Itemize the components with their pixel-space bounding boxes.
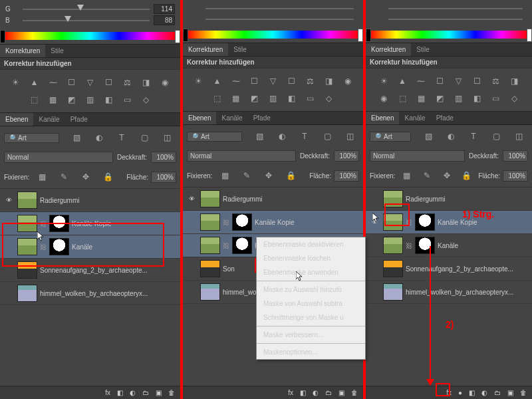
ctx-mask-options[interactable]: Maskenoptionen... <box>257 345 365 359</box>
add-mask-icon[interactable]: ◧ <box>469 389 475 396</box>
layer-filter[interactable]: 🔎Art <box>370 132 411 142</box>
layer-row[interactable]: himmel_wolken_by_archaeopteryx... <box>366 281 532 304</box>
spectrum-bar[interactable] <box>4 32 176 40</box>
layer-row[interactable]: ⛓Kanäle Kopie <box>183 211 363 234</box>
ctx-refine-mask[interactable]: Maske verbessern... <box>257 328 365 342</box>
cursor-icon <box>296 271 304 282</box>
tab-pfade[interactable]: Pfade <box>248 112 276 124</box>
tab-ebenen[interactable]: Ebenen <box>0 113 33 126</box>
layer-row[interactable]: Radiergummi <box>183 188 363 211</box>
spectrum-bar[interactable] <box>370 31 528 39</box>
filter-img-icon[interactable]: ▧ <box>69 130 84 145</box>
tab-stile[interactable]: Stile <box>411 43 434 56</box>
layer-filter[interactable]: 🔎Art <box>4 133 59 143</box>
adjustment-icons: ☀▲⁓☐▽ ☐⚖◨◉⬚▦ ◩▥◧▭◇ <box>0 70 180 112</box>
curves-icon[interactable]: ⁓ <box>46 75 61 90</box>
layer-row[interactable]: ⛓Kanäle Kopie <box>366 211 532 234</box>
lock-move-icon[interactable]: ✥ <box>78 170 93 184</box>
ctx-deactivate-mask[interactable]: Ebenenmaske deaktivieren <box>257 237 365 251</box>
fill-label: Fläche: <box>126 174 148 181</box>
tab-pfade[interactable]: Pfade <box>431 112 459 124</box>
lut-icon[interactable]: ▦ <box>46 92 61 107</box>
cursor-icon <box>37 231 45 242</box>
exposure-icon[interactable]: ☐ <box>65 75 79 90</box>
delete-icon[interactable]: 🗑 <box>168 389 175 396</box>
link-icon[interactable]: ⛓ <box>40 220 47 227</box>
b-slider[interactable] <box>23 16 150 25</box>
visibility-icon[interactable] <box>3 289 15 298</box>
selective-icon[interactable]: ◇ <box>139 92 154 107</box>
visibility-icon[interactable] <box>3 265 15 275</box>
group-icon[interactable]: 🗀 <box>142 389 149 396</box>
new-layer-icon[interactable]: ▣ <box>156 389 162 396</box>
blend-mode[interactable]: Normal <box>370 150 465 162</box>
hsl-icon[interactable]: ☐ <box>102 75 116 90</box>
brightness-icon[interactable]: ☀ <box>9 75 23 90</box>
layer-row[interactable]: ⛓Kanäle <box>0 235 180 259</box>
filter-text-icon[interactable]: T <box>114 130 129 145</box>
ctx-intersect-selection[interactable]: Schnittmenge von Maske u <box>257 311 365 325</box>
panel-col-2: KorrekturenStile Korrektur hinzufügen ☀▲… <box>183 0 363 399</box>
g-label: G <box>5 5 19 13</box>
photo-filter-icon[interactable]: ◉ <box>158 75 172 90</box>
tab-kanaele[interactable]: Kanäle <box>216 112 247 124</box>
tab-korrekturen[interactable]: Korrekturen <box>0 45 45 57</box>
fx-icon[interactable]: fx <box>105 389 110 396</box>
tab-kanaele[interactable]: Kanäle <box>399 112 430 124</box>
adj-btn-icon[interactable]: ◐ <box>130 389 136 396</box>
lock-paint-icon[interactable]: ✎ <box>57 170 71 184</box>
ctx-delete-mask[interactable]: Ebenenmaske löschen <box>257 251 365 265</box>
ctx-add-selection[interactable]: Maske zu Auswahl hinzufü <box>257 283 365 297</box>
add-adjustment-header: Korrektur hinzufügen <box>0 58 180 70</box>
tab-stile[interactable]: Stile <box>45 45 68 57</box>
visibility-icon[interactable] <box>3 196 15 205</box>
tab-ebenen[interactable]: Ebenen <box>366 112 399 124</box>
fill-value[interactable]: 100% <box>151 172 176 183</box>
tab-kanaele[interactable]: Kanäle <box>33 113 65 126</box>
tab-pfade[interactable]: Pfade <box>65 113 93 126</box>
ctx-subtract-selection[interactable]: Maske von Auswahl subtra <box>257 297 365 311</box>
layer-row[interactable]: Radiergummi <box>366 188 532 211</box>
levels-icon[interactable]: ▲ <box>27 75 42 90</box>
g-slider[interactable] <box>23 5 150 14</box>
visibility-icon[interactable] <box>3 219 15 228</box>
layer-row[interactable]: ⛓Kanäle <box>366 234 532 257</box>
layer-row[interactable]: Sonnenaufgang_2_by_archaeopte... <box>366 257 532 281</box>
lock-transparent-icon[interactable]: ▦ <box>35 170 49 184</box>
filter-smart-icon[interactable]: ◫ <box>160 130 174 145</box>
bw-icon[interactable]: ◨ <box>139 75 154 90</box>
mixer-icon[interactable]: ⬚ <box>27 92 42 107</box>
opacity-value[interactable]: 100% <box>151 152 176 163</box>
tab-korrekturen[interactable]: Korrekturen <box>366 43 411 56</box>
layer-filter[interactable]: 🔎Art <box>187 132 242 142</box>
blend-mode[interactable]: Normal <box>4 152 113 163</box>
gradient-map-icon[interactable]: ▭ <box>120 92 135 107</box>
g-value[interactable]: 114 <box>154 4 175 14</box>
invert-icon[interactable]: ◩ <box>65 92 79 107</box>
tab-korrekturen[interactable]: Korrekturen <box>183 43 228 56</box>
tab-ebenen[interactable]: Ebenen <box>183 112 216 124</box>
layer-row[interactable]: Radiergummi <box>0 189 180 212</box>
link-icon[interactable]: ⛓ <box>40 243 47 251</box>
color-sliders: G114 B88 <box>0 0 180 29</box>
opacity-value[interactable]: 100% <box>503 150 528 162</box>
threshold-icon[interactable]: ◧ <box>102 92 116 107</box>
visibility-icon[interactable] <box>3 242 15 251</box>
blend-mode[interactable]: Normal <box>187 150 296 162</box>
layers-tabs: Ebenen Kanäle Pfade <box>0 112 180 126</box>
ctx-apply-mask[interactable]: Ebenenmaske anwenden <box>257 265 365 279</box>
tab-stile[interactable]: Stile <box>228 43 251 56</box>
filter-adj-icon[interactable]: ◐ <box>92 130 106 145</box>
b-value[interactable]: 88 <box>154 15 175 25</box>
spectrum-bar[interactable] <box>187 31 359 39</box>
mask-btn-icon[interactable]: ◧ <box>117 389 123 396</box>
layer-row[interactable]: himmel_wolken_by_archaeopteryx... <box>0 282 180 305</box>
balance-icon[interactable]: ⚖ <box>120 75 135 90</box>
layer-row[interactable]: Sonnenaufgang_2_by_archaeopte... <box>0 259 180 282</box>
filter-shape-icon[interactable]: ▢ <box>137 130 152 145</box>
vibrance-icon[interactable]: ▽ <box>83 75 98 90</box>
layer-row[interactable]: ⛓Kanäle Kopie <box>0 212 180 235</box>
posterize-icon[interactable]: ▥ <box>83 92 98 107</box>
opacity-value[interactable]: 100% <box>334 150 359 162</box>
lock-all-icon[interactable]: 🔒 <box>100 170 115 184</box>
